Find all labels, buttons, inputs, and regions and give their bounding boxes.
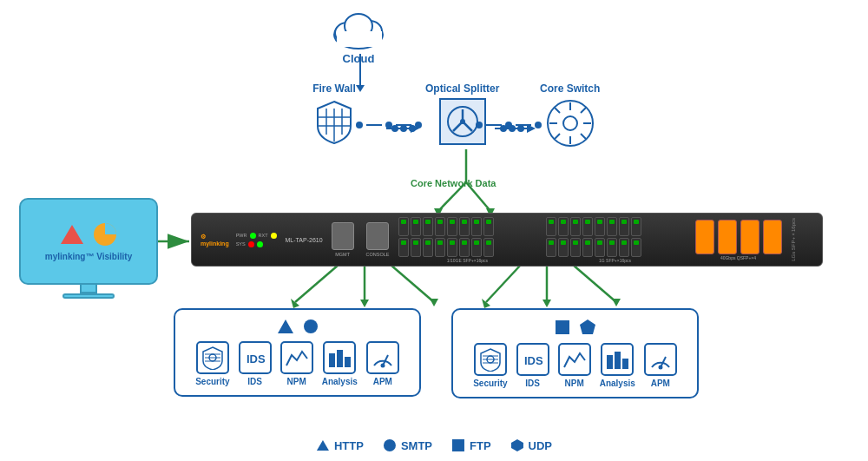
svg-rect-78 — [615, 352, 621, 369]
connector-fw-splitter — [356, 122, 422, 128]
svg-rect-84 — [452, 439, 464, 451]
group2-tools: Security IDS IDS NPM — [473, 343, 677, 388]
svg-text:IDS: IDS — [247, 352, 266, 366]
qsfp-port-3 — [740, 220, 760, 254]
legend: HTTP SMTP FTP UDP — [316, 438, 552, 452]
sfp-group-2: 1G SFP+×16pcs — [546, 217, 685, 263]
qsfp-group: 40Gbps QSFP+×4 — [695, 220, 782, 260]
ids-label-1: IDS — [247, 377, 262, 386]
legend-smtp: SMTP — [383, 438, 432, 452]
npm-label-1: NPM — [287, 377, 306, 386]
switch-label: Core Switch — [540, 82, 600, 95]
svg-marker-85 — [511, 439, 523, 451]
firewall-label: Fire Wall — [312, 82, 356, 95]
triangle-icon-header1 — [277, 319, 294, 334]
svg-rect-66 — [337, 350, 343, 367]
analysis-label-1: Analysis — [322, 377, 358, 386]
pentagon-icon-header2 — [579, 319, 596, 336]
qsfp-port-4 — [763, 220, 782, 254]
device-box: ⚙ mylinking PWR RXT SYS ML-TAP — [191, 213, 823, 267]
legend-ftp-label: FTP — [470, 439, 491, 452]
svg-rect-77 — [607, 355, 613, 369]
sfp-group-1: 1/10GE SFP+×16pcs — [398, 217, 537, 263]
svg-rect-79 — [622, 359, 628, 369]
mgmt-port-group: MGMT — [332, 222, 354, 257]
console-port-group: CONSOLE — [366, 222, 390, 257]
npm-label-2: NPM — [565, 379, 584, 388]
svg-marker-29 — [612, 299, 621, 306]
group2-header — [555, 319, 596, 336]
monitor-icons — [60, 222, 117, 247]
svg-point-55 — [563, 116, 577, 130]
security-label-1: Security — [195, 377, 229, 386]
svg-marker-58 — [278, 319, 293, 333]
svg-marker-25 — [482, 299, 490, 308]
qsfp-port-1 — [695, 220, 714, 254]
svg-rect-65 — [329, 353, 335, 367]
mgmt-label: MGMT — [335, 252, 350, 257]
device-section: ⚙ mylinking PWR RXT SYS ML-TAP — [191, 213, 823, 267]
group1-tools: Security IDS IDS NPM — [195, 341, 399, 386]
svg-rect-70 — [556, 320, 569, 334]
connector-splitter-switch — [476, 122, 542, 128]
apm-label-2: APM — [651, 379, 670, 388]
svg-rect-35 — [337, 31, 382, 47]
monitor-label: mylinking™ Visibility — [45, 252, 132, 261]
npm-icon-box-1 — [280, 341, 313, 374]
security-label-2: Security — [473, 379, 507, 388]
tool-ids-2: IDS IDS — [516, 343, 549, 388]
sfp1-label: 1/10GE SFP+×16pcs — [447, 258, 488, 263]
legend-udp: UDP — [510, 438, 552, 452]
legend-smtp-label: SMTP — [401, 439, 432, 452]
qsfp-label: 40Gbps QSFP+×4 — [720, 255, 756, 260]
splitter-component: Optical Splitter — [425, 82, 499, 145]
svg-line-28 — [573, 265, 616, 302]
security-icon-box-1 — [196, 341, 229, 374]
cloud-label: Cloud — [343, 52, 375, 65]
sfp2-label: 1G SFP+×16pcs — [599, 258, 631, 263]
apm-icon-box-2 — [644, 343, 677, 376]
cloud-icon — [328, 7, 389, 50]
legend-http-label: HTTP — [334, 439, 364, 452]
tool-group-1: Security IDS IDS NPM — [174, 308, 421, 397]
switch-icon — [545, 98, 595, 148]
tool-apm-2: APM — [644, 343, 677, 388]
tool-npm-2: NPM — [558, 343, 591, 388]
svg-marker-21 — [360, 300, 369, 307]
ids-icon-box-1: IDS — [239, 341, 272, 374]
splitter-label: Optical Splitter — [425, 82, 499, 95]
firewall-icon — [312, 98, 356, 145]
model-section: ML-TAP-2610 — [286, 237, 323, 243]
svg-line-24 — [486, 265, 521, 302]
diagram-container: Cloud Fire Wall Optical Splitter — [0, 0, 868, 461]
brand-name: mylinking — [201, 240, 229, 247]
switch-component: Core Switch — [540, 82, 600, 148]
legend-http: HTTP — [316, 439, 364, 452]
device-spec-vertical: LGs SFP+×16pcs — [791, 218, 796, 261]
led-panel: PWR RXT SYS — [236, 233, 277, 247]
legend-udp-label: UDP — [529, 439, 552, 452]
analysis-icon-box-1 — [323, 341, 356, 374]
svg-marker-56 — [61, 225, 83, 244]
tool-analysis-2: Analysis — [600, 343, 635, 388]
tool-apm-1: APM — [366, 341, 399, 386]
device-brand: ⚙ mylinking — [201, 234, 229, 247]
brand-logo: ⚙ — [201, 234, 206, 240]
analysis-icon-box-2 — [601, 343, 634, 376]
tool-npm-1: NPM — [280, 341, 313, 386]
tool-ids-1: IDS IDS — [239, 341, 272, 386]
svg-marker-27 — [542, 300, 551, 307]
monitor-screen: mylinking™ Visibility — [19, 198, 158, 285]
svg-line-22 — [391, 265, 434, 302]
svg-marker-82 — [317, 440, 329, 451]
svg-line-18 — [295, 265, 339, 302]
monitor-section: mylinking™ Visibility — [19, 198, 158, 299]
security-icon-box-2 — [474, 343, 507, 376]
group1-header — [277, 319, 319, 334]
svg-point-81 — [658, 366, 662, 370]
tool-security-1: Security — [195, 341, 229, 386]
square-icon-header2 — [555, 319, 570, 335]
circle-icon-header1 — [303, 319, 319, 334]
analysis-label-2: Analysis — [600, 379, 635, 388]
console-label: CONSOLE — [366, 252, 390, 257]
